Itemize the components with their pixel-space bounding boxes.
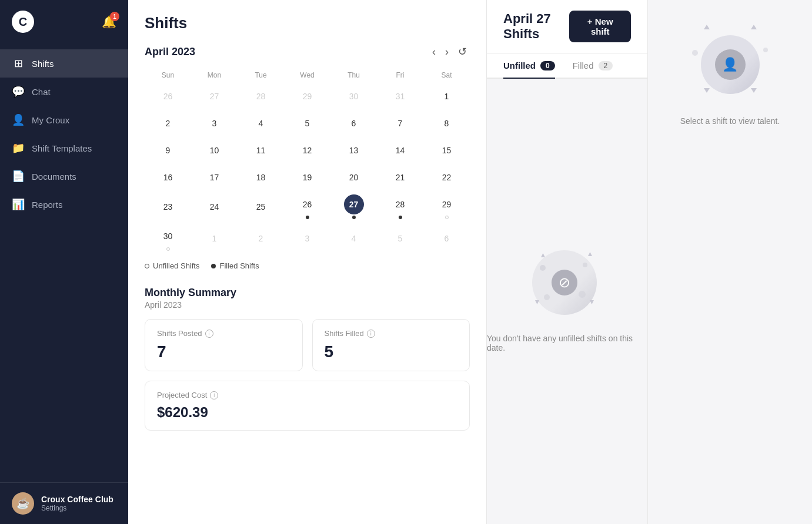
calendar-day[interactable]: 14 <box>377 137 423 164</box>
calendar-day[interactable]: 30 <box>330 83 377 110</box>
unfilled-shift-dot <box>166 247 170 251</box>
next-month-button[interactable]: › <box>442 45 452 59</box>
day-number: 25 <box>251 197 271 217</box>
day-number: 1 <box>205 229 225 248</box>
sidebar: C 🔔 1 ⊞ Shifts 💬 Chat 👤 My Croux 📁 Shift… <box>0 0 128 524</box>
refresh-calendar-button[interactable]: ↺ <box>455 44 470 59</box>
dow-sat: Sat <box>423 68 470 83</box>
calendar-day[interactable]: 26 <box>284 191 330 223</box>
empty-circle: ⊘ <box>532 250 597 315</box>
calendar-day[interactable]: 6 <box>330 110 377 137</box>
unfilled-dot-icon <box>145 264 149 268</box>
calendar-day[interactable]: 22 <box>423 164 470 191</box>
shifts-posted-info-icon[interactable]: i <box>205 330 213 338</box>
calendar-day[interactable]: 28 <box>377 191 423 223</box>
calendar-day[interactable]: 19 <box>284 164 330 191</box>
day-number: 15 <box>437 140 457 160</box>
day-number: 17 <box>205 167 225 187</box>
talent-panel: 👤 Select a shift to view talent. <box>647 0 812 524</box>
dow-fri: Fri <box>377 68 423 83</box>
tab-unfilled[interactable]: Unfilled 0 <box>503 53 555 79</box>
unfilled-shift-dot <box>445 216 449 219</box>
calendar-day[interactable]: 23 <box>145 191 191 223</box>
sidebar-item-my-croux[interactable]: 👤 My Croux <box>0 106 128 134</box>
dow-wed: Wed <box>284 68 330 83</box>
calendar-day[interactable]: 5 <box>284 110 330 137</box>
day-number: 18 <box>251 167 271 187</box>
calendar-day[interactable]: 12 <box>284 137 330 164</box>
day-number: 26 <box>298 194 318 214</box>
shifts-filled-info-icon[interactable]: i <box>367 330 375 338</box>
tab-filled[interactable]: Filled 2 <box>573 53 613 79</box>
calendar-day[interactable]: 26 <box>145 83 191 110</box>
notification-bell[interactable]: 🔔 1 <box>102 15 116 29</box>
day-number: 26 <box>158 86 178 106</box>
calendar-day[interactable]: 4 <box>330 223 377 254</box>
org-settings: Settings <box>41 504 113 512</box>
projected-cost-info-icon[interactable]: i <box>210 391 218 399</box>
day-number: 2 <box>158 113 178 133</box>
calendar-day[interactable]: 2 <box>145 110 191 137</box>
day-number: 3 <box>298 229 318 248</box>
tab-filled-label: Filled <box>573 61 594 70</box>
calendar-day[interactable]: 6 <box>423 223 470 254</box>
calendar-day[interactable]: 11 <box>238 137 284 164</box>
calendar-day[interactable]: 9 <box>145 137 191 164</box>
talent-avatar-wrap: 👤 <box>695 35 766 106</box>
calendar-day[interactable]: 18 <box>238 164 284 191</box>
calendar-day[interactable]: 8 <box>423 110 470 137</box>
calendar-day[interactable]: 2 <box>238 223 284 254</box>
reports-icon: 📊 <box>12 198 25 211</box>
day-number: 2 <box>251 229 271 248</box>
day-number: 24 <box>205 197 225 217</box>
sidebar-footer[interactable]: ☕ Croux Coffee Club Settings <box>0 482 128 524</box>
calendar-day[interactable]: 29 <box>423 191 470 223</box>
calendar-day[interactable]: 29 <box>284 83 330 110</box>
calendar-day[interactable]: 24 <box>191 191 238 223</box>
calendar-day[interactable]: 3 <box>191 110 238 137</box>
day-number: 30 <box>158 226 178 246</box>
calendar-day[interactable]: 1 <box>423 83 470 110</box>
day-number: 21 <box>390 167 410 187</box>
svg-marker-7 <box>590 300 594 304</box>
calendar-day[interactable]: 21 <box>377 164 423 191</box>
sidebar-item-reports[interactable]: 📊 Reports <box>0 190 128 219</box>
calendar-day[interactable]: 1 <box>191 223 238 254</box>
sidebar-item-chat[interactable]: 💬 Chat <box>0 78 128 106</box>
sidebar-item-label: Shift Templates <box>32 143 92 153</box>
calendar-day[interactable]: 13 <box>330 137 377 164</box>
svg-point-1 <box>583 263 587 267</box>
calendar-day[interactable]: 7 <box>377 110 423 137</box>
calendar-day[interactable]: 17 <box>191 164 238 191</box>
calendar-day[interactable]: 10 <box>191 137 238 164</box>
day-number: 8 <box>437 113 457 133</box>
sidebar-item-documents[interactable]: 📄 Documents <box>0 162 128 190</box>
day-number: 7 <box>390 113 410 133</box>
sidebar-item-shift-templates[interactable]: 📁 Shift Templates <box>0 134 128 162</box>
tab-unfilled-badge: 0 <box>540 61 555 70</box>
day-number: 29 <box>437 194 457 214</box>
day-number: 1 <box>437 86 457 106</box>
svg-marker-8 <box>704 25 710 29</box>
calendar-day[interactable]: 28 <box>238 83 284 110</box>
calendar-day[interactable]: 16 <box>145 164 191 191</box>
calendar-day[interactable]: 27 <box>330 191 377 223</box>
calendar-day[interactable]: 15 <box>423 137 470 164</box>
sidebar-item-shifts[interactable]: ⊞ Shifts <box>0 49 128 78</box>
calendar-day[interactable]: 20 <box>330 164 377 191</box>
prev-month-button[interactable]: ‹ <box>429 45 439 59</box>
right-content: April 27 Shifts + New shift Unfilled 0 F… <box>487 0 812 524</box>
calendar-day[interactable]: 25 <box>238 191 284 223</box>
svg-point-2 <box>579 291 586 298</box>
calendar-day[interactable]: 27 <box>191 83 238 110</box>
svg-point-13 <box>763 48 768 52</box>
calendar-day[interactable]: 5 <box>377 223 423 254</box>
calendar-day[interactable]: 31 <box>377 83 423 110</box>
empty-state-icon-wrap: ⊘ <box>532 250 603 321</box>
calendar-day[interactable]: 30 <box>145 223 191 254</box>
calendar-day[interactable]: 3 <box>284 223 330 254</box>
sidebar-logo: C 🔔 1 <box>0 0 128 43</box>
talent-label: Select a shift to view talent. <box>680 116 780 126</box>
new-shift-button[interactable]: + New shift <box>569 11 631 42</box>
calendar-day[interactable]: 4 <box>238 110 284 137</box>
